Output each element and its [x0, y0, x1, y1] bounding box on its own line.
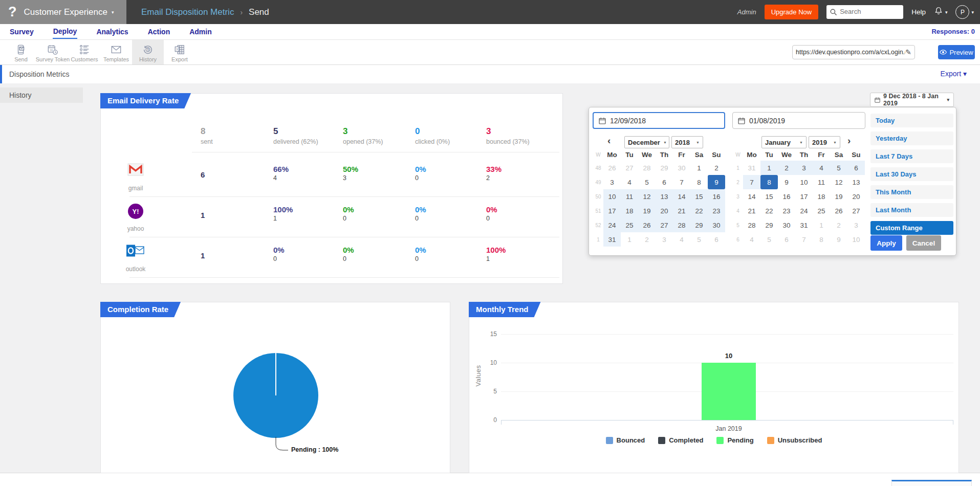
calendar-day[interactable]: 22: [690, 204, 708, 218]
calendar-day[interactable]: 22: [760, 204, 778, 218]
calendar-day[interactable]: 8: [760, 175, 778, 189]
calendar-day[interactable]: 14: [743, 189, 760, 204]
sidebar-item-disposition-metrics[interactable]: Disposition Metrics: [0, 65, 215, 83]
month-select[interactable]: January▼: [761, 136, 807, 148]
calendar-day[interactable]: 8: [690, 175, 708, 189]
calendar-day[interactable]: 24: [795, 204, 813, 218]
retention-popup[interactable]: Retention: [891, 480, 972, 486]
preset-last-month[interactable]: Last Month: [870, 203, 953, 217]
preset-today[interactable]: Today: [870, 114, 953, 127]
toolbar-item-history[interactable]: $History: [132, 40, 164, 64]
preview-button[interactable]: Preview: [938, 45, 975, 59]
calendar-day[interactable]: 6: [656, 175, 673, 189]
calendar-day[interactable]: 29: [690, 218, 708, 232]
preset-last-7-days[interactable]: Last 7 Days: [870, 149, 953, 163]
survey-url-input[interactable]: [796, 49, 905, 56]
calendar-day[interactable]: 4: [673, 232, 690, 247]
calendar-day[interactable]: 3: [656, 232, 673, 247]
calendar-day[interactable]: 9: [778, 175, 795, 189]
calendar-day[interactable]: 23: [778, 204, 795, 218]
search-input[interactable]: [840, 5, 900, 18]
end-date-input[interactable]: [749, 117, 841, 125]
calendar-day[interactable]: 7: [673, 175, 690, 189]
calendar-day[interactable]: 29: [760, 218, 778, 232]
responses-count[interactable]: Responses: 0: [931, 28, 975, 35]
year-select[interactable]: 2019▼: [809, 136, 840, 148]
toolbar-item-customers[interactable]: Customers: [69, 40, 100, 64]
preset-yesterday[interactable]: Yesterday: [870, 131, 953, 145]
export-dropdown[interactable]: Export ▾: [941, 70, 967, 78]
year-select[interactable]: 2018▼: [671, 136, 703, 148]
calendar-day[interactable]: 8: [813, 232, 830, 247]
calendar-day[interactable]: 27: [656, 218, 673, 232]
preset-custom-range[interactable]: Custom Range: [870, 221, 953, 235]
calendar-day[interactable]: 11: [621, 189, 638, 204]
upgrade-now-button[interactable]: Upgrade Now: [765, 5, 819, 19]
calendar-day[interactable]: 19: [638, 204, 656, 218]
calendar-day[interactable]: 30: [708, 218, 725, 232]
calendar-day[interactable]: 12: [830, 175, 847, 189]
cancel-button[interactable]: Cancel: [906, 235, 941, 251]
calendar-day[interactable]: 19: [830, 189, 847, 204]
calendar-day[interactable]: 30: [673, 161, 690, 175]
calendar-day[interactable]: 31: [743, 161, 760, 175]
calendar-day[interactable]: 3: [795, 161, 813, 175]
preset-last-30-days[interactable]: Last 30 Days: [870, 167, 953, 181]
pending-bar[interactable]: [702, 363, 756, 420]
date-range-dropdown[interactable]: 9 Dec 2018 - 8 Jan 2019 ▾: [870, 93, 954, 107]
calendar-day[interactable]: 28: [673, 218, 690, 232]
calendar-day[interactable]: 2: [638, 232, 656, 247]
calendar-day[interactable]: 29: [656, 161, 673, 175]
calendar-day[interactable]: 4: [621, 175, 638, 189]
calendar-day[interactable]: 2: [708, 161, 725, 175]
calendar-day[interactable]: 27: [621, 161, 638, 175]
calendar-day[interactable]: 23: [708, 204, 725, 218]
calendar-day[interactable]: 28: [638, 161, 656, 175]
preset-this-month[interactable]: This Month: [870, 185, 953, 199]
calendar-day[interactable]: 1: [760, 161, 778, 175]
calendar-day[interactable]: 10: [795, 175, 813, 189]
calendar-day[interactable]: 4: [743, 232, 760, 247]
nav-tab-admin[interactable]: Admin: [189, 25, 212, 38]
start-date-input[interactable]: [610, 117, 702, 125]
nav-tab-analytics[interactable]: Analytics: [96, 25, 128, 38]
calendar-day[interactable]: 10: [603, 189, 621, 204]
calendar-day[interactable]: 20: [847, 189, 865, 204]
calendar-day[interactable]: 9: [830, 232, 847, 247]
legend-item-bounced[interactable]: Bounced: [606, 436, 645, 444]
calendar-day[interactable]: 1: [621, 232, 638, 247]
calendar-day[interactable]: 6: [708, 232, 725, 247]
calendar-day[interactable]: 17: [603, 204, 621, 218]
calendar-day[interactable]: 31: [795, 218, 813, 232]
calendar-day[interactable]: 11: [813, 175, 830, 189]
legend-item-pending[interactable]: Pending: [716, 436, 753, 444]
calendar-day[interactable]: 4: [813, 161, 830, 175]
edit-pencil-icon[interactable]: ✎: [905, 48, 911, 56]
legend-item-unsubscribed[interactable]: Unsubscribed: [767, 436, 822, 444]
breadcrumb-survey-link[interactable]: Email Disposition Metric: [141, 7, 234, 17]
calendar-day[interactable]: 18: [621, 204, 638, 218]
calendar-day[interactable]: 25: [621, 218, 638, 232]
calendar-day[interactable]: 13: [847, 175, 865, 189]
calendar-day[interactable]: 5: [690, 232, 708, 247]
calendar-day[interactable]: 2: [830, 218, 847, 232]
calendar-day[interactable]: 28: [743, 218, 760, 232]
calendar-day[interactable]: 2: [778, 161, 795, 175]
toolbar-item-templates[interactable]: Templates: [100, 40, 132, 64]
calendar-day[interactable]: 21: [743, 204, 760, 218]
calendar-day[interactable]: 1: [813, 218, 830, 232]
nav-tab-survey[interactable]: Survey: [9, 25, 34, 38]
help-link[interactable]: Help: [911, 8, 926, 16]
calendar-day[interactable]: 5: [830, 161, 847, 175]
workspace-switcher[interactable]: ? Customer Experience ▾: [0, 0, 126, 24]
calendar-day[interactable]: 12: [638, 189, 656, 204]
sidebar-item-history[interactable]: History: [0, 87, 83, 103]
calendar-day[interactable]: 20: [656, 204, 673, 218]
calendar-day[interactable]: 13: [656, 189, 673, 204]
calendar-day[interactable]: 15: [760, 189, 778, 204]
calendar-day[interactable]: 6: [778, 232, 795, 247]
calendar-day[interactable]: 25: [813, 204, 830, 218]
calendar-day[interactable]: 21: [673, 204, 690, 218]
calendar-day[interactable]: 27: [847, 204, 865, 218]
calendar-day[interactable]: 15: [690, 189, 708, 204]
